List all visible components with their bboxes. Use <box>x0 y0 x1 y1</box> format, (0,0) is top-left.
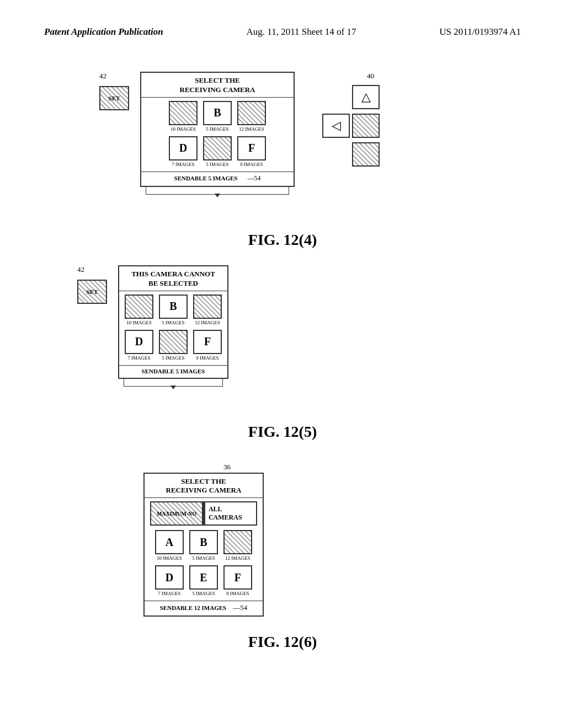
camera-a-125: 10 IMAGES <box>125 295 153 325</box>
camera-label-b-126: 5 IMAGES <box>192 555 215 561</box>
camera-box-e-126: E <box>189 565 218 590</box>
camera-box-f-126: F <box>223 565 252 590</box>
camera-b-125: B 5 IMAGES <box>159 295 188 325</box>
camera-label-c-124: 12 IMAGES <box>239 126 264 132</box>
publication-label: Patent Application Publication <box>44 26 163 38</box>
camera-c-126: 12 IMAGES <box>223 530 252 561</box>
camera-e-125: 5 IMAGES <box>159 330 188 361</box>
fig-124-panel: SELECT THE RECEIVING CAMERA 10 IMAGES B … <box>140 72 295 204</box>
camera-row-2-125: D 7 IMAGES 5 IMAGES F 0 IMAGES <box>119 326 227 362</box>
camera-a-124: 10 IMAGES <box>169 101 198 132</box>
camera-c-125: 12 IMAGES <box>193 295 222 325</box>
all-cameras-box: ALL CAMERAS <box>204 501 257 526</box>
bracket-125 <box>118 379 228 395</box>
set-text: SET <box>109 95 120 101</box>
camera-box-a-126: A <box>155 530 184 554</box>
hatched-box-right <box>352 114 380 138</box>
fig-124-section: 42 SET SELECT THE RECEIVING CAMERA 10 IM… <box>33 72 532 249</box>
fig-126-label: FIG. 12(6) <box>33 633 532 651</box>
num-54-124: —54 <box>247 174 260 183</box>
hatched-box-bottom <box>352 142 380 167</box>
fig-125-label: FIG. 12(5) <box>33 423 532 441</box>
sendable-row-125: SENDABLE 5 IMAGES <box>119 365 227 378</box>
camera-a-126: A 10 IMAGES <box>155 530 184 561</box>
camera-e-124: 5 IMAGES <box>203 136 232 167</box>
camera-box-f-124: F <box>237 136 266 160</box>
camera-label-e-124: 5 IMAGES <box>206 162 228 167</box>
camera-label-d-126: 7 IMAGES <box>158 591 180 596</box>
bracket-arrow-124 <box>215 194 220 197</box>
sendable-text-124: SENDABLE 5 IMAGES <box>174 175 238 181</box>
camera-label-d-124: 7 IMAGES <box>172 162 194 167</box>
camera-box-b-125: B <box>159 295 188 319</box>
sendable-row-126: SENDABLE 12 IMAGES —54 <box>145 601 263 615</box>
sendable-text-126: SENDABLE 12 IMAGES <box>160 604 226 611</box>
arrow-hatched-row: ◁ <box>322 114 380 138</box>
camera-f-126: F 0 IMAGES <box>223 565 252 596</box>
camera-label-a-126: 10 IMAGES <box>157 555 182 561</box>
set-box-125: SET <box>77 280 107 304</box>
camera-d-125: D 7 IMAGES <box>125 330 153 361</box>
fig-125-section: 42 SET THIS CAMERA CANNOT BE SELECTED 10… <box>33 265 532 441</box>
camera-row-1-126: A 10 IMAGES B 5 IMAGES 12 IMAGES <box>145 527 263 562</box>
camera-row-1-124: 10 IMAGES B 5 IMAGES 12 IMAGES <box>141 98 294 133</box>
camera-f-124: F 0 IMAGES <box>237 136 266 167</box>
num-36-row: 36 <box>143 463 231 472</box>
fig-126-layout: 36 SELECT THE RECEIVING CAMERA MAXIMUM-N… <box>33 463 532 617</box>
camera-row-1-125: 10 IMAGES B 5 IMAGES 12 IMAGES <box>119 291 227 326</box>
camera-panel-125: THIS CAMERA CANNOT BE SELECTED 10 IMAGES… <box>118 265 228 379</box>
panel-title-124: SELECT THE RECEIVING CAMERA <box>141 73 294 98</box>
bracket-arrow-125 <box>170 386 176 389</box>
num-42-label: 42 <box>99 72 106 81</box>
camera-box-a-124 <box>169 101 198 125</box>
camera-label-f-126: 0 IMAGES <box>226 591 249 596</box>
triangle-box: △ <box>352 85 380 109</box>
sendable-text-125: SENDABLE 5 IMAGES <box>142 368 205 374</box>
camera-row-2-126: D 7 IMAGES E 5 IMAGES F 0 IMAGES <box>145 562 263 597</box>
fig-125-layout: 42 SET THIS CAMERA CANNOT BE SELECTED 10… <box>33 265 532 395</box>
camera-label-b-124: 5 IMAGES <box>206 126 228 132</box>
num-40-label: 40 <box>367 72 374 81</box>
fig-125-panel-wrap: THIS CAMERA CANNOT BE SELECTED 10 IMAGES… <box>118 265 228 395</box>
camera-box-b-124: B <box>203 101 232 125</box>
fig-124-right: 40 △ ◁ <box>322 72 380 167</box>
camera-label-c-125: 12 IMAGES <box>195 320 220 325</box>
panel-title-125: THIS CAMERA CANNOT BE SELECTED <box>119 266 227 291</box>
set-box-124: SET <box>99 86 129 110</box>
max-no-text: MAXIMUM-NO <box>157 511 196 517</box>
camera-d-126: D 7 IMAGES <box>155 565 184 596</box>
camera-label-a-124: 10 IMAGES <box>170 126 196 132</box>
right-device-col: △ ◁ <box>322 85 380 167</box>
sendable-row-124: SENDABLE 5 IMAGES —54 <box>141 172 294 186</box>
fig-126-section: 36 SELECT THE RECEIVING CAMERA MAXIMUM-N… <box>33 463 532 651</box>
camera-box-a-125 <box>125 295 153 319</box>
camera-c-124: 12 IMAGES <box>237 101 266 132</box>
camera-panel-126: SELECT THE RECEIVING CAMERA MAXIMUM-NO A… <box>143 473 264 617</box>
panel-title-126: SELECT THE RECEIVING CAMERA <box>145 474 263 499</box>
page-header: Patent Application Publication Aug. 11, … <box>0 26 565 38</box>
fig-126-panel-wrap: 36 SELECT THE RECEIVING CAMERA MAXIMUM-N… <box>143 463 264 617</box>
num-54-126: —54 <box>233 603 247 612</box>
set-text-125: SET <box>87 288 98 295</box>
camera-b-124: B 5 IMAGES <box>203 101 232 132</box>
camera-label-e-126: 5 IMAGES <box>192 591 215 596</box>
top-special-row-126: MAXIMUM-NO ALL CAMERAS <box>150 501 257 526</box>
fig-124-layout: 42 SET SELECT THE RECEIVING CAMERA 10 IM… <box>33 72 532 204</box>
patent-number: US 2011/0193974 A1 <box>439 26 521 38</box>
camera-panel-124: SELECT THE RECEIVING CAMERA 10 IMAGES B … <box>140 72 295 187</box>
sheet-info: Aug. 11, 2011 Sheet 14 of 17 <box>247 26 356 38</box>
camera-label-c-126: 12 IMAGES <box>225 555 250 561</box>
camera-box-e-124 <box>203 136 232 160</box>
camera-label-e-125: 5 IMAGES <box>162 355 184 361</box>
max-no-box: MAXIMUM-NO <box>150 501 203 526</box>
camera-d-124: D 7 IMAGES <box>169 136 198 167</box>
fig-125-left: 42 SET <box>77 265 107 304</box>
camera-box-e-125 <box>159 330 188 354</box>
fig-124-label: FIG. 12(4) <box>33 231 532 249</box>
page-content: 42 SET SELECT THE RECEIVING CAMERA 10 IM… <box>33 72 532 667</box>
num-42-125: 42 <box>77 265 84 274</box>
camera-label-a-125: 10 IMAGES <box>126 320 152 325</box>
num-36-label: 36 <box>223 463 231 472</box>
camera-box-c-126 <box>223 530 252 554</box>
camera-row-2-124: D 7 IMAGES 5 IMAGES F 0 IMAGES <box>141 133 294 168</box>
